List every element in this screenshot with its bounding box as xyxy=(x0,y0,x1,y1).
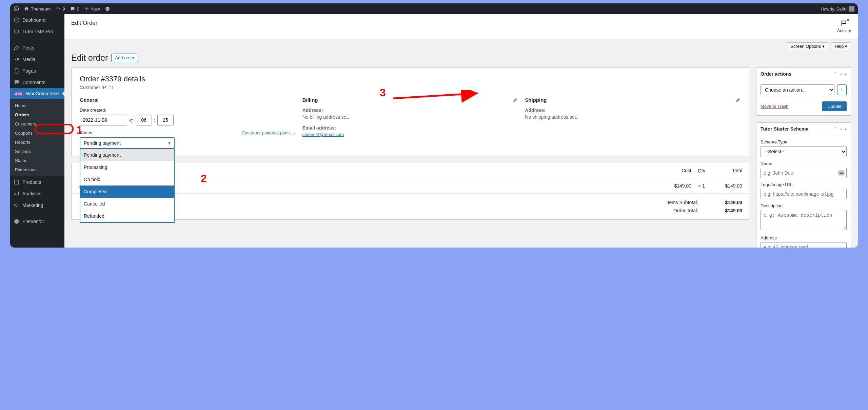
update-button[interactable]: Update xyxy=(822,101,847,111)
sidebar-item-status[interactable]: Status xyxy=(10,156,64,165)
toggle-icon[interactable]: ▴ xyxy=(845,72,847,76)
col-qty-head: Qty xyxy=(691,168,712,173)
billing-addr-value: No billing address set. xyxy=(302,114,518,120)
new-link[interactable]: New xyxy=(84,6,100,12)
sidebar-item-reports[interactable]: Reports xyxy=(10,138,64,147)
shipping-addr-value: No shipping address set. xyxy=(525,114,741,120)
billing-heading: Billing xyxy=(302,97,318,103)
wp-logo-icon[interactable] xyxy=(14,6,19,12)
sidebar-marketing[interactable]: Marketing xyxy=(10,199,64,211)
schema-type-label: Schema Type xyxy=(761,139,847,144)
sidebar-media[interactable]: Media xyxy=(10,54,64,65)
pencil-icon[interactable] xyxy=(735,97,741,103)
status-option-cancelled[interactable]: Cancelled xyxy=(80,198,174,210)
sidebar-item-settings[interactable]: Settings xyxy=(10,147,64,156)
add-order-button[interactable]: Add order xyxy=(111,54,138,62)
move-to-trash-link[interactable]: Move to Trash xyxy=(761,104,788,109)
sidebar-dashboard[interactable]: Dashboard xyxy=(10,14,64,26)
order-actions-heading: Order actions xyxy=(761,71,791,77)
order-title: Order #3379 details xyxy=(80,75,741,83)
schema-type-select[interactable]: --Select-- xyxy=(761,146,847,157)
order-total: $149.00 xyxy=(712,208,742,213)
pencil-icon[interactable] xyxy=(513,97,518,103)
password-manager-icon[interactable]: ••• xyxy=(838,171,845,176)
page-subtitle: Edit Order xyxy=(71,20,97,26)
sidebar-posts[interactable]: Posts xyxy=(10,42,64,54)
sidebar-item-customers[interactable]: Customers xyxy=(10,119,64,129)
col-total-head: Total xyxy=(712,168,742,173)
toggle-icon[interactable]: ▴ xyxy=(845,126,847,131)
status-option-onhold[interactable]: On hold xyxy=(80,173,174,186)
minute-input[interactable] xyxy=(157,115,174,125)
general-heading: General xyxy=(80,97,99,103)
schema-logo-input[interactable] xyxy=(761,189,847,199)
sidebar-item-coupons[interactable]: Coupons xyxy=(10,129,64,138)
sidebar-products[interactable]: Products xyxy=(10,176,64,188)
sidebar-comments[interactable]: Comments xyxy=(10,77,64,88)
status-option-refunded[interactable]: Refunded xyxy=(80,210,174,222)
flag-icon xyxy=(840,20,848,27)
sidebar-pages[interactable]: Pages xyxy=(10,65,64,77)
col-cost-head: Cost xyxy=(661,168,691,173)
svg-point-6 xyxy=(15,59,17,60)
extra-icon[interactable] xyxy=(105,6,110,12)
shipping-addr-label: Address: xyxy=(525,108,741,113)
status-label: Status: xyxy=(80,130,93,135)
notification-dot xyxy=(847,19,849,21)
status-option-completed[interactable]: Completed xyxy=(80,186,174,198)
sidebar-woocommerce[interactable]: WOOWooCommerce xyxy=(10,88,64,99)
schema-addr-input[interactable] xyxy=(761,242,847,248)
date-input[interactable] xyxy=(80,115,127,125)
schema-desc-input[interactable] xyxy=(761,210,847,230)
admin-sidebar: Dashboard Tutor LMS Pro Posts Media Page… xyxy=(10,14,64,248)
payment-page-link[interactable]: Customer payment page → xyxy=(242,130,296,135)
schema-name-input[interactable] xyxy=(761,168,847,178)
status-select[interactable]: Pending payment xyxy=(80,137,175,149)
updates-link[interactable]: 9 xyxy=(56,6,65,12)
schema-heading: Tutor Starter Schema xyxy=(761,126,808,132)
sidebar-item-extensions[interactable]: Extensions xyxy=(10,165,64,174)
sidebar-analytics[interactable]: Analytics xyxy=(10,188,64,199)
billing-addr-label: Address: xyxy=(302,108,518,113)
woo-badge: WOO xyxy=(14,91,23,96)
move-down-icon[interactable]: ⌄ xyxy=(839,72,843,76)
move-up-icon[interactable]: ⌃ xyxy=(834,126,837,131)
screen-options-button[interactable]: Screen Options ▾ xyxy=(787,42,828,50)
svg-rect-5 xyxy=(15,30,19,33)
svg-rect-7 xyxy=(15,180,19,184)
order-action-select[interactable]: Choose an action... xyxy=(761,84,834,95)
items-subtotal: $149.00 xyxy=(712,200,742,205)
svg-point-8 xyxy=(14,219,19,224)
avatar xyxy=(849,6,854,12)
site-name[interactable]: Themeum xyxy=(24,6,51,12)
email-label: Email address: xyxy=(302,125,518,131)
sidebar-elementor[interactable]: Elementor xyxy=(10,216,64,227)
activity-button[interactable]: Activity xyxy=(837,20,851,33)
hour-input[interactable] xyxy=(136,115,152,125)
status-option-pending[interactable]: Pending payment xyxy=(80,149,174,161)
apply-action-button[interactable]: › xyxy=(837,84,847,95)
comments-link[interactable]: 0 xyxy=(70,6,79,12)
sidebar-item-home[interactable]: Home xyxy=(10,101,64,110)
move-up-icon[interactable]: ⌃ xyxy=(834,72,837,76)
svg-point-2 xyxy=(106,8,107,9)
schema-name-label: Name xyxy=(761,161,847,166)
svg-point-1 xyxy=(105,7,110,11)
schema-desc-label: Description xyxy=(761,203,847,208)
howdy-link[interactable]: Howdy, Saiful xyxy=(821,6,854,12)
sidebar-item-orders[interactable]: Orders xyxy=(10,110,64,119)
svg-point-3 xyxy=(108,8,108,9)
schema-addr-label: Address xyxy=(761,235,847,240)
customer-email-link[interactable]: student2@email.com xyxy=(302,132,344,137)
schema-logo-label: Logo/Image URL xyxy=(761,182,847,187)
sidebar-tutor[interactable]: Tutor LMS Pro xyxy=(10,26,64,37)
help-button[interactable]: Help ▾ xyxy=(831,42,851,50)
move-down-icon[interactable]: ⌄ xyxy=(839,126,843,131)
date-label: Date created: xyxy=(80,108,296,113)
order-ip: Customer IP: ::1 xyxy=(80,85,741,90)
shipping-heading: Shipping xyxy=(525,97,547,103)
status-dropdown: Pending payment Processing On hold Compl… xyxy=(80,149,175,223)
page-title: Edit order xyxy=(71,53,108,63)
status-option-processing[interactable]: Processing xyxy=(80,161,174,173)
